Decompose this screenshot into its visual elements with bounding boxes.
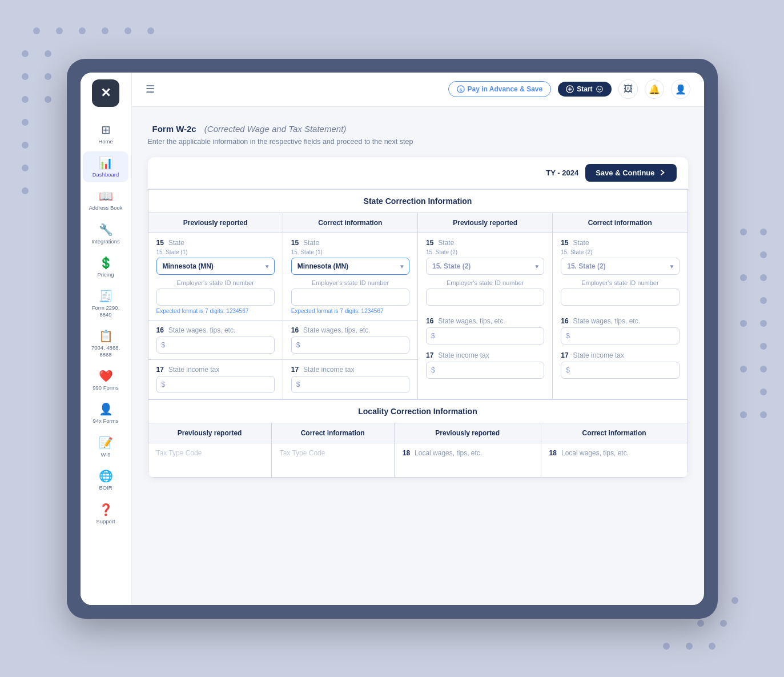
sidebar-label-form7004: 7004, 4868, 8868: [85, 344, 126, 358]
box17-input-prev1[interactable]: [156, 376, 275, 393]
state-select-wrapper-correct1: Minnesota (MN) ▼: [291, 258, 409, 275]
col-header-correct-info-1: Correct information: [283, 213, 417, 233]
locality-col-header-prev2: Previously reported: [394, 423, 541, 443]
sidebar-label-pricing: Pricing: [97, 271, 114, 278]
save-continue-button[interactable]: Save & Continue: [585, 164, 676, 182]
tax-type-label-correct1: Tax Type Code: [280, 449, 386, 457]
sidebar-item-boir[interactable]: 🌐 BOIR: [83, 464, 128, 495]
sidebar-label-boir: BOIR: [99, 484, 112, 491]
sidebar-label-w9: W-9: [100, 451, 110, 458]
box17-currency-wrapper-prev2: $: [426, 362, 544, 379]
employer-id-label-correct1: Employer's state ID number: [291, 279, 409, 286]
profile-icon-button[interactable]: 👤: [671, 79, 690, 99]
state-select-correct2[interactable]: 15. State (2): [561, 258, 679, 275]
sidebar-item-support[interactable]: ❓ Support: [83, 498, 128, 529]
sidebar: ✕ ⊞ Home 📊 Dashboard 📖 Address Book 🔧 In…: [81, 73, 132, 605]
box16-prev1-label: 16 State wages, tips, etc.: [156, 326, 275, 334]
box15-sublabel-correct1: 15. State (1): [291, 249, 409, 255]
box15-correct1-label: 15 State: [291, 239, 409, 247]
box16-input-correct1[interactable]: [291, 337, 409, 354]
box17-currency-wrapper-correct1: $: [291, 376, 409, 393]
cell-box15-prev1: 15 State 15. State (1) Minnesota (MN) ▼: [148, 233, 283, 320]
pricing-icon: 💲: [99, 256, 113, 270]
integrations-icon: 🔧: [99, 223, 113, 237]
app-logo[interactable]: ✕: [92, 79, 119, 107]
sidebar-item-990forms[interactable]: ❤️ 990 Forms: [83, 364, 128, 395]
990forms-icon: ❤️: [99, 369, 113, 383]
app-inner: ✕ ⊞ Home 📊 Dashboard 📖 Address Book 🔧 In…: [81, 73, 704, 605]
locality-section-header: Locality Correction Information: [148, 399, 687, 423]
start-button[interactable]: Start: [558, 82, 611, 97]
employer-id-input-correct1[interactable]: [291, 289, 409, 306]
box17-correct2-label: 17 State income tax: [561, 351, 679, 359]
employer-id-input-prev2[interactable]: [426, 289, 544, 306]
sidebar-item-dashboard[interactable]: 📊 Dashboard: [83, 151, 128, 182]
sidebar-label-94xforms: 94x Forms: [93, 418, 119, 424]
box17-currency-wrapper-correct2: $: [561, 362, 679, 379]
col-header-prev-reported-2: Previously reported: [418, 213, 553, 233]
box16-prev2-label: 16 State wages, tips, etc.: [426, 317, 544, 325]
box16-correct2-label: 16 State wages, tips, etc.: [561, 317, 679, 325]
employer-id-input-prev1[interactable]: [156, 289, 275, 306]
sidebar-item-form2290[interactable]: 🧾 Form 2290, 8849: [83, 285, 128, 322]
sidebar-item-address-book[interactable]: 📖 Address Book: [83, 185, 128, 215]
box17-input-prev2[interactable]: [426, 362, 544, 379]
box16-input-prev1[interactable]: [156, 337, 275, 354]
hamburger-icon[interactable]: ☰: [146, 83, 155, 95]
col-header-prev-reported-1: Previously reported: [148, 213, 283, 233]
support-icon: ❓: [99, 503, 113, 516]
sidebar-item-home[interactable]: ⊞ Home: [83, 118, 128, 149]
employer-id-label-prev1: Employer's state ID number: [156, 279, 275, 286]
start-settings-icon: [596, 85, 604, 93]
locality-col-header-correct1: Correct information: [271, 423, 394, 443]
sidebar-label-home: Home: [98, 138, 112, 145]
col-header-correct-info-2: Correct information: [553, 213, 687, 233]
chevron-right-icon: [658, 169, 666, 177]
page-subtitle-italic: (Corrected Wage and Tax Statement): [204, 124, 346, 134]
cell-box18-correct2: 18 Local wages, tips, etc.: [541, 443, 687, 477]
state-select-correct1[interactable]: Minnesota (MN): [291, 258, 409, 275]
employer-id-label-prev2: Employer's state ID number: [426, 279, 544, 286]
sidebar-item-w9[interactable]: 📝 W-9: [83, 431, 128, 462]
box16-correct1-label: 16 State wages, tips, etc.: [291, 326, 409, 334]
notification-icon-button[interactable]: 🔔: [645, 79, 664, 99]
sidebar-item-integrations[interactable]: 🔧 Integrations: [83, 218, 128, 249]
page-description: Enter the applicable information in the …: [148, 138, 688, 146]
sidebar-item-94xforms[interactable]: 👤 94x Forms: [83, 398, 128, 428]
cell-tax-type-correct1: Tax Type Code: [271, 443, 394, 477]
box16-currency-wrapper-correct1: $: [291, 337, 409, 354]
address-book-icon: 📖: [99, 189, 113, 203]
main-content: ☰ $ Pay in Advance & Save Start 🖼 🔔 👤: [132, 73, 704, 605]
box17-prev1-label: 17 State income tax: [156, 366, 275, 374]
box17-prev2-label: 17 State income tax: [426, 351, 544, 359]
sidebar-label-form2290: Form 2290, 8849: [85, 305, 126, 318]
employer-id-input-correct2[interactable]: [561, 289, 679, 306]
cell-box15-correct1: 15 State 15. State (1) Minnesota (MN) ▼: [283, 233, 417, 320]
cell-box16-prev1: 16 State wages, tips, etc. $: [148, 320, 283, 359]
image-icon-button[interactable]: 🖼: [618, 79, 638, 99]
page-content: Form W-2c (Corrected Wage and Tax Statem…: [132, 107, 704, 605]
tax-type-label-prev1: Tax Type Code: [156, 449, 263, 457]
form2290-icon: 🧾: [99, 289, 113, 303]
cell-box17-correct1: 17 State income tax $: [283, 359, 417, 399]
home-icon: ⊞: [101, 123, 111, 137]
box16-input-correct2[interactable]: [561, 327, 679, 344]
box16-currency-wrapper-prev2: $: [426, 327, 544, 344]
state-select-prev2[interactable]: 15. State (2): [426, 258, 544, 275]
sidebar-item-pricing[interactable]: 💲 Pricing: [83, 251, 128, 282]
sidebar-item-form7004[interactable]: 📋 7004, 4868, 8868: [83, 325, 128, 362]
sidebar-label-integrations: Integrations: [91, 238, 120, 245]
box16-input-prev2[interactable]: [426, 327, 544, 344]
state-select-prev1[interactable]: Minnesota (MN): [156, 258, 275, 275]
plus-icon: [566, 85, 574, 93]
box15-correct2-label: 15 State: [561, 239, 679, 247]
state-correction-table: State Correction Information Previously …: [148, 189, 688, 399]
state-select-wrapper-prev2: 15. State (2) ▼: [426, 258, 544, 275]
locality-col-header-prev1: Previously reported: [148, 423, 271, 443]
pay-advance-button[interactable]: $ Pay in Advance & Save: [448, 81, 552, 97]
box15-prev2-label: 15 State: [426, 239, 544, 247]
box17-input-correct1[interactable]: [291, 376, 409, 393]
sidebar-label-dashboard: Dashboard: [93, 171, 119, 178]
box17-input-correct2[interactable]: [561, 362, 679, 379]
cell-box15-prev2: 15 State 15. State (2) 15. State (2) ▼: [418, 233, 553, 399]
